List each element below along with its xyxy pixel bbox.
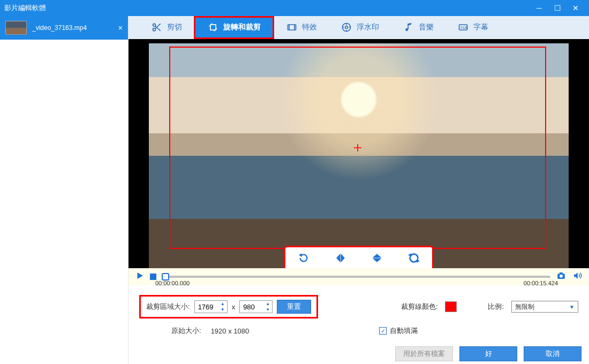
crop-center-marker	[354, 144, 361, 151]
crop-height-down[interactable]: ▼	[263, 307, 272, 313]
rotate-cw-button[interactable]	[293, 249, 314, 267]
window-maximize-button[interactable]: ☐	[548, 0, 567, 16]
crop-rotate-icon	[207, 21, 219, 33]
flip-vertical-button[interactable]	[366, 249, 388, 267]
music-note-icon	[403, 21, 414, 33]
crop-height-spinner[interactable]: ▲ ▼	[239, 300, 273, 313]
tab-music-label: 音樂	[419, 22, 434, 32]
crop-line-color-label: 裁剪線顏色:	[401, 302, 438, 312]
window-minimize-button[interactable]: ─	[530, 0, 548, 16]
autofill-label: 自動填滿	[390, 326, 418, 336]
file-remove-button[interactable]: ×	[118, 24, 123, 32]
video-preview[interactable]	[149, 43, 569, 268]
tool-tabbar: 剪切 旋轉和裁剪 特效 浮水印	[129, 16, 589, 39]
crop-height-up[interactable]: ▲	[263, 301, 272, 307]
ratio-select[interactable]: 無限制 ▼	[511, 301, 578, 313]
tab-trim-label: 剪切	[167, 22, 182, 32]
crop-reset-button[interactable]: 重置	[277, 300, 311, 314]
autofill-checkbox[interactable]: ✓	[379, 327, 387, 335]
crop-line-color-swatch[interactable]	[445, 301, 457, 312]
watermark-icon	[341, 21, 352, 33]
file-list-sidebar: _video_37163.mp4 ×	[0, 16, 129, 364]
crop-size-separator: x	[232, 303, 236, 311]
crop-size-group: 裁剪區域大小: ▲ ▼ x ▲ ▼	[139, 295, 318, 318]
volume-button[interactable]	[572, 271, 583, 282]
cancel-label: 取消	[546, 349, 560, 359]
playback-bar: 00:00:00.000 00:00:15.424	[129, 268, 589, 286]
ratio-value: 無限制	[515, 302, 534, 312]
tab-rotate-crop[interactable]: 旋轉和裁剪	[194, 16, 274, 39]
file-name-label: _video_37163.mp4	[32, 24, 113, 32]
crop-width-up[interactable]: ▲	[218, 301, 227, 307]
svg-text:SUB: SUB	[460, 26, 468, 30]
crop-width-down[interactable]: ▼	[218, 307, 227, 313]
subtitle-icon: SUB	[457, 21, 469, 33]
svg-point-5	[345, 26, 348, 29]
svg-point-11	[560, 275, 563, 278]
crop-controls-panel: 裁剪區域大小: ▲ ▼ x ▲ ▼	[129, 285, 589, 343]
rotate-flip-toolbar	[284, 246, 434, 270]
dialog-footer: 用於所有檔案 好 取消	[129, 343, 589, 364]
window-title: 影片編輯軟體	[4, 3, 46, 13]
seek-track[interactable]	[162, 276, 550, 278]
crop-height-input[interactable]	[240, 303, 263, 311]
ratio-label: 比例:	[488, 302, 504, 312]
crop-width-spinner[interactable]: ▲ ▼	[194, 300, 228, 313]
tab-trim[interactable]: 剪切	[139, 16, 194, 39]
ok-label: 好	[485, 349, 492, 359]
crop-rectangle[interactable]	[169, 47, 546, 249]
original-size-value: 1920 x 1080	[211, 327, 250, 335]
chevron-down-icon: ▼	[569, 304, 575, 310]
flip-horizontal-button[interactable]	[330, 249, 351, 267]
video-preview-area	[129, 39, 589, 268]
crop-reset-label: 重置	[287, 302, 301, 312]
tab-subtitle-label: 字幕	[473, 22, 488, 32]
tab-effects-label: 特效	[302, 22, 317, 32]
reset-rotation-button[interactable]	[403, 249, 425, 267]
tab-effects[interactable]: 特效	[274, 16, 329, 39]
cancel-button[interactable]: 取消	[524, 346, 582, 361]
apply-all-button[interactable]: 用於所有檔案	[395, 346, 453, 361]
window-close-button[interactable]: ✕	[567, 0, 585, 16]
scissors-icon	[151, 21, 163, 33]
stop-button[interactable]	[150, 274, 156, 280]
file-thumbnail	[5, 21, 27, 35]
tab-music[interactable]: 音樂	[391, 16, 445, 39]
file-list-item[interactable]: _video_37163.mp4 ×	[0, 16, 128, 40]
svg-rect-12	[560, 272, 563, 274]
original-size-label: 原始大小:	[171, 326, 201, 336]
tab-watermark[interactable]: 浮水印	[329, 16, 391, 39]
ok-button[interactable]: 好	[459, 346, 517, 361]
window-titlebar: 影片編輯軟體 ─ ☐ ✕	[0, 0, 589, 16]
play-button[interactable]	[135, 271, 145, 282]
tab-subtitle[interactable]: SUB 字幕	[445, 16, 500, 39]
apply-all-label: 用於所有檔案	[403, 349, 445, 359]
effects-icon	[286, 21, 298, 33]
svg-rect-2	[210, 25, 216, 30]
crop-width-input[interactable]	[195, 303, 218, 311]
crop-size-label: 裁剪區域大小:	[146, 302, 190, 312]
tab-watermark-label: 浮水印	[357, 22, 379, 32]
tab-rotate-crop-label: 旋轉和裁剪	[223, 22, 261, 32]
